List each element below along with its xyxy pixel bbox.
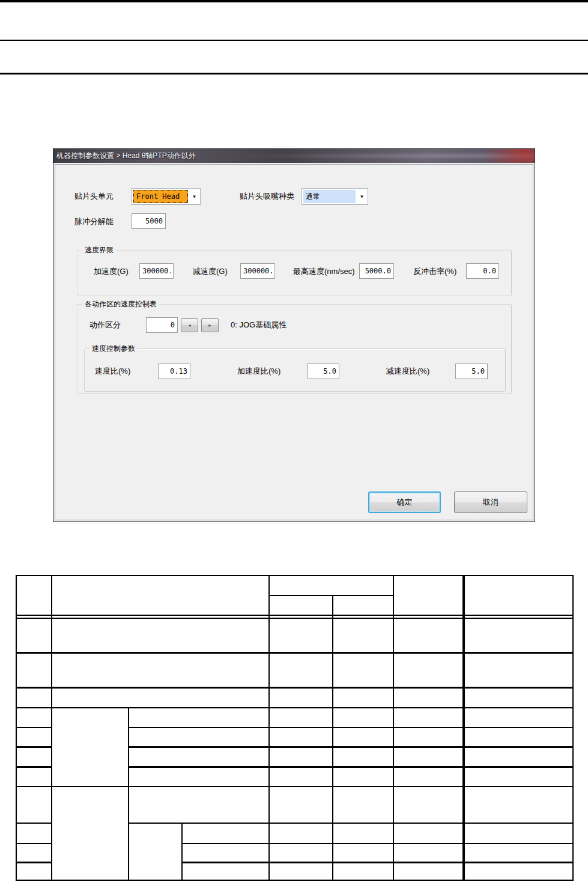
grid-line	[16, 618, 574, 619]
grid-line	[16, 615, 574, 616]
speed-ratio-label: 速度比(%)	[95, 367, 130, 376]
accel-ratio-label: 加速度比(%)	[237, 367, 280, 376]
decel-ratio-label: 减速度比(%)	[386, 367, 429, 376]
grid-line	[16, 843, 52, 844]
motion-section-group-title: 各动作区的速度控制表	[82, 300, 159, 309]
speed-limit-group: 速度界限 加速度(G) 减速度(G) 最高速度(nm/sec) 反冲击率(%)	[77, 250, 512, 296]
document-page: 机器控制参数设置 > Head θ轴PTP动作以外 贴片头单元 Front He…	[0, 0, 588, 882]
section-next-button[interactable]: ►	[201, 318, 219, 332]
chevron-down-icon[interactable]: ▼	[356, 189, 368, 204]
max-speed-input[interactable]	[359, 263, 394, 279]
parameter-table-grid	[16, 575, 574, 881]
document-rule-middle	[0, 40, 588, 41]
head-unit-label: 贴片头单元	[74, 192, 114, 201]
grid-line	[16, 862, 52, 863]
pulse-resolution-input[interactable]	[132, 213, 166, 229]
grid-line	[16, 687, 574, 689]
grid-line	[16, 766, 52, 768]
nozzle-type-label: 贴片头吸嘴种类	[240, 192, 294, 201]
deceleration-input[interactable]	[240, 263, 275, 279]
grid-line	[332, 595, 333, 881]
counter-impact-label: 反冲击率(%)	[413, 267, 456, 276]
head-unit-selected-value[interactable]: Front Head	[133, 190, 188, 203]
grid-line	[128, 707, 129, 881]
grid-line	[16, 707, 574, 708]
grid-line	[16, 823, 52, 824]
grid-line	[16, 880, 574, 881]
grid-line	[128, 746, 574, 748]
speed-params-group: 速度控制参数 速度比(%) 加速度比(%) 减速度比(%)	[84, 348, 506, 392]
arrow-right-icon: ►	[208, 323, 212, 327]
grid-line	[181, 843, 574, 844]
decel-ratio-input[interactable]	[455, 363, 488, 379]
dialog-window: 机器控制参数设置 > Head θ轴PTP动作以外 贴片头单元 Front He…	[53, 148, 535, 522]
acceleration-input[interactable]	[139, 263, 174, 279]
document-rule-bottom	[0, 73, 588, 75]
head-unit-combobox[interactable]: Front Head ▼	[132, 188, 201, 205]
motion-section-input[interactable]	[146, 317, 178, 333]
document-rule-top	[0, 0, 588, 2]
pulse-resolution-label: 脉冲分解能	[74, 217, 114, 226]
cancel-button[interactable]: 取消	[454, 491, 527, 513]
counter-impact-input[interactable]	[466, 263, 499, 279]
grid-line	[16, 652, 574, 654]
arrow-left-icon: ◄	[187, 323, 192, 327]
speed-limit-group-title: 速度界限	[82, 246, 116, 255]
nozzle-type-combobox[interactable]: 通常 ▼	[302, 188, 368, 205]
ok-button[interactable]: 确定	[368, 491, 441, 513]
section-previous-button[interactable]: ◄	[181, 318, 198, 332]
motion-section-label: 动作区分	[89, 321, 121, 329]
grid-line	[181, 823, 183, 881]
grid-line	[16, 575, 574, 576]
dialog-title: 机器控制参数设置 > Head θ轴PTP动作以外	[56, 149, 196, 163]
grid-line	[16, 746, 52, 748]
grid-line	[16, 727, 52, 728]
max-speed-label: 最高速度(nm/sec)	[293, 267, 355, 276]
motion-section-group: 各动作区的速度控制表 动作区分 ◄ ► 0: JOG基础属性 速度控制参数 速度…	[77, 304, 512, 394]
section-hint-text: 0: JOG基础属性	[231, 321, 286, 329]
speed-ratio-input[interactable]	[158, 363, 190, 379]
grid-line	[268, 595, 394, 596]
chevron-down-icon[interactable]: ▼	[189, 189, 200, 204]
accel-ratio-input[interactable]	[308, 363, 339, 379]
acceleration-label: 加速度(G)	[94, 267, 129, 276]
grid-line	[128, 766, 574, 768]
grid-line	[181, 862, 574, 863]
speed-params-group-title: 速度控制参数	[89, 344, 138, 353]
grid-line	[128, 823, 574, 824]
grid-line	[128, 727, 574, 728]
grid-line	[16, 786, 574, 787]
nozzle-type-selected-value[interactable]: 通常	[303, 190, 356, 203]
deceleration-label: 减速度(G)	[193, 267, 228, 276]
dialog-titlebar[interactable]: 机器控制参数设置 > Head θ轴PTP动作以外	[53, 149, 535, 163]
